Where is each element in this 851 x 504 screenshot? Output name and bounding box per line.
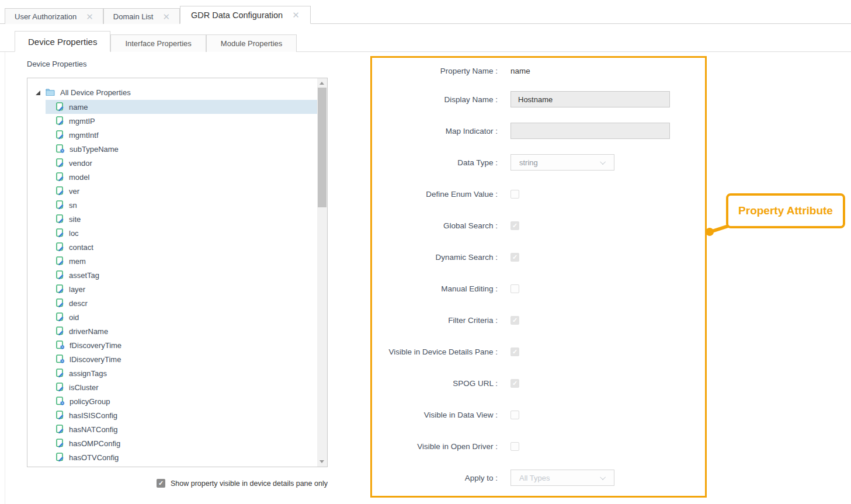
tree-item-subtypename[interactable]: subTypeName [46,142,317,156]
form-field-control [510,190,519,199]
left-panel-title: Device Properties [27,60,87,68]
tree-item-ver[interactable]: ver [46,184,317,198]
tree-root-all-device-properties[interactable]: All Device Properties [36,85,327,100]
scroll-up-icon[interactable] [319,82,324,85]
subtab-label: Module Properties [221,39,283,48]
property-type-tab-bar: Device Properties Interface Properties M… [0,24,851,52]
manual-editing-checkbox[interactable] [510,284,519,293]
form-field-control: Hostname [510,91,670,107]
tree-item-label: mgmtIntf [69,131,99,140]
doc-pencil-icon [56,312,64,322]
tree-item-label: contact [69,243,93,252]
top-tab-bar: User Authorization ✕ Domain List ✕ GDR D… [0,0,851,24]
tab-user-authorization[interactable]: User Authorization ✕ [5,8,103,24]
filter-criteria-checkbox [510,316,519,325]
tree-item-layer[interactable]: layer [46,282,317,296]
tree-item-label: hasVXLANConfig [69,467,128,468]
callout-label: Property Attribute [738,204,833,217]
tree-item-label: isCluster [69,383,99,392]
visible-in-data-view-checkbox[interactable] [510,411,519,419]
tree-item-iscluster[interactable]: isCluster [46,380,317,394]
tree-item-assigntags[interactable]: assignTags [46,366,317,380]
tree-item-loc[interactable]: loc [46,226,317,240]
tree-item-label: oid [69,313,79,322]
tree-item-name[interactable]: name [46,100,317,114]
form-field-control [510,221,519,230]
display-name-input[interactable]: Hostname [510,91,670,107]
tree-item-hasisisconfig[interactable]: hasISISConfig [46,408,317,422]
tree-item-oid[interactable]: oid [46,310,317,324]
form-row-map-indicator: Map Indicator : [372,115,705,147]
form-row-display-name: Display Name : Hostname [372,84,705,115]
tab-label: Domain List [113,12,154,21]
tree-item-contact[interactable]: contact [46,240,317,254]
map-indicator-input[interactable] [510,123,670,139]
tree-item-assettag[interactable]: assetTag [46,268,317,282]
doc-pencil-icon [56,326,64,336]
tab-gdr-data-configuration[interactable]: GDR Data Configuration ✕ [180,6,311,24]
expanded-node-icon[interactable] [36,91,40,95]
doc-pencil-icon [56,425,64,434]
form-field-label: Filter Criteria : [372,316,498,325]
tab-domain-list[interactable]: Domain List ✕ [103,8,180,24]
tree-item-hasotvconfig[interactable]: hasOTVConfig [46,450,317,464]
tree-item-site[interactable]: site [46,212,317,226]
tree-item-label: descr [69,299,88,308]
form-field-control [510,253,519,262]
tree-item-label: sn [69,201,77,210]
tab-interface-properties[interactable]: Interface Properties [110,34,206,52]
tree-item-fdiscoverytime[interactable]: fDiscoveryTime [46,338,317,352]
tree-item-vendor[interactable]: vendor [46,156,317,170]
form-field-label: Define Enum Value : [372,190,498,199]
tree-item-hasompconfig[interactable]: hasOMPConfig [46,436,317,450]
tab-module-properties[interactable]: Module Properties [206,34,297,52]
doc-gear-icon [56,397,65,406]
tree-item-mgmtip[interactable]: mgmtIP [46,114,317,128]
form-row-visible-in-device-details-pane: Visible in Device Details Pane : [372,336,705,367]
form-field-control [510,316,519,325]
close-icon[interactable]: ✕ [86,12,93,21]
apply-to-select[interactable]: All Types [510,470,614,486]
tree-item-descr[interactable]: descr [46,296,317,310]
scrollbar-thumb[interactable] [318,88,326,207]
doc-pencil-icon [56,284,64,294]
tree-item-hasnatconfig[interactable]: hasNATConfig [46,422,317,436]
form-field-label: Data Type : [372,158,498,167]
global-search-checkbox [510,221,519,230]
tree-item-sn[interactable]: sn [46,198,317,212]
tree-item-drivername[interactable]: driverName [46,324,317,338]
close-icon[interactable]: ✕ [292,11,300,19]
tree-item-hasvxlanconfig[interactable]: hasVXLANConfig [46,464,317,467]
doc-pencil-icon [56,130,64,140]
form-field-label: Visible in Device Details Pane : [372,347,498,356]
form-field-control: All Types [510,470,614,486]
subtab-label: Device Properties [28,37,97,47]
data-type-select[interactable]: string [510,154,614,171]
form-field-label: Map Indicator : [372,127,498,135]
content-left-border [5,24,5,504]
tree-item-label: lDiscoveryTime [70,355,121,364]
tree-item-mgmtintf[interactable]: mgmtIntf [46,128,317,142]
doc-pencil-icon [56,369,64,378]
form-field-control [510,442,519,451]
tree-item-model[interactable]: model [46,170,317,184]
close-icon[interactable]: ✕ [162,12,170,21]
tree-item-ldiscoverytime[interactable]: lDiscoveryTime [46,352,317,366]
tree-item-policygroup[interactable]: policyGroup [46,394,317,408]
define-enum-value-checkbox[interactable] [510,190,519,199]
tree-item-mem[interactable]: mem [46,254,317,268]
form-row-dynamic-search: Dynamic Search : [372,241,705,273]
tree-item-label: policyGroup [70,397,110,406]
doc-gear-icon [56,354,65,364]
tab-device-properties[interactable]: Device Properties [15,31,110,52]
tab-label: GDR Data Configuration [191,11,283,20]
doc-pencil-icon [56,172,64,182]
property-attribute-panel: Property Name : name Display Name : Host… [370,56,707,498]
doc-gear-icon [56,144,65,154]
show-visible-only-checkbox[interactable]: ✓ [157,479,165,488]
tree-item-label: assignTags [69,369,107,378]
property-attribute-callout: Property Attribute [726,193,845,228]
visible-in-open-driver-checkbox[interactable] [510,442,519,451]
doc-pencil-icon [56,116,64,126]
scroll-down-icon[interactable] [319,460,324,463]
